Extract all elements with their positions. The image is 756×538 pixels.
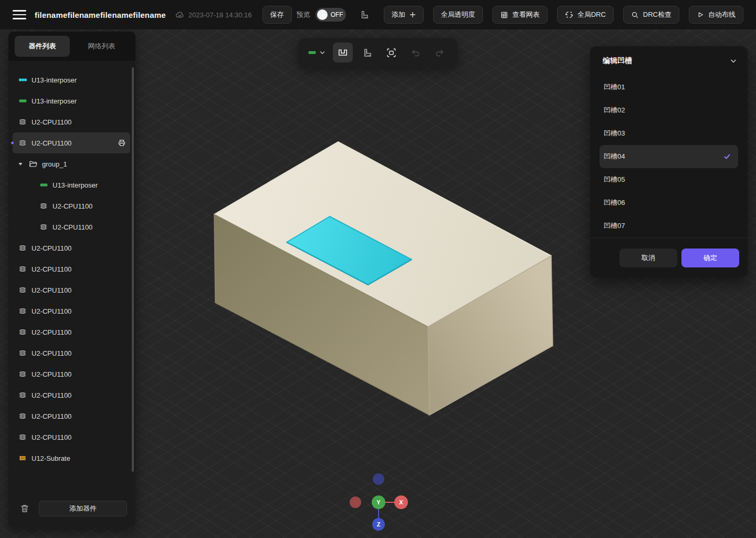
component-type-dropdown[interactable]: [304, 43, 329, 63]
sidebar-item-u13-interposer[interactable]: U13-interposer: [13, 69, 130, 90]
sidebar-item-u2-cpu1100[interactable]: U2-CPU1100: [13, 132, 130, 153]
sidebar-item-u2-cpu1100[interactable]: U2-CPU1100: [13, 385, 130, 406]
component-label: U2-CPU1100: [32, 391, 126, 399]
interposer-green-icon: [308, 48, 317, 57]
sidebar-item-u2-cpu1100[interactable]: U2-CPU1100: [13, 364, 130, 385]
sidebar-item-u2-cpu1100[interactable]: U2-CPU1100: [13, 258, 130, 280]
sidebar-item-u2-cpu1100[interactable]: U2-CPU1100: [13, 427, 130, 448]
groove-item-label: 凹槽05: [604, 175, 625, 184]
axis-z-negative-handle[interactable]: [373, 473, 384, 485]
groove-item-7[interactable]: 凹槽07: [600, 214, 738, 237]
sidebar-item-u2-cpu1100[interactable]: U2-CPU1100: [13, 301, 130, 322]
groove-item-label: 凹槽01: [604, 82, 625, 92]
menu-icon[interactable]: [13, 10, 26, 19]
component-label: U2-CPU1100: [32, 286, 126, 294]
netlist-grid-icon: [500, 11, 508, 19]
selected-indicator-dot: [11, 142, 14, 144]
interposer-cyan-icon: [18, 76, 27, 84]
groove-tool-button[interactable]: [333, 43, 353, 63]
global-transparency-button[interactable]: 全局透明度: [433, 6, 483, 24]
ruler-icon: [362, 48, 372, 58]
measure-tool-button[interactable]: [357, 43, 377, 63]
sidebar-scrollbar[interactable]: [132, 67, 134, 472]
add-button[interactable]: 添加: [384, 6, 424, 24]
redo-icon: [435, 48, 445, 57]
axis-x-negative-handle[interactable]: [350, 496, 361, 508]
drc-check-button[interactable]: DRC检查: [623, 6, 679, 24]
sidebar-item-group-1[interactable]: group_1: [13, 153, 130, 174]
chip-icon: [18, 286, 27, 294]
view-netlist-button[interactable]: 查看网表: [492, 6, 548, 24]
component-list: U13-interposerU13-interposerU2-CPU1100U2…: [8, 61, 135, 494]
sidebar-item-u2-cpu1100[interactable]: U2-CPU1100: [13, 406, 130, 427]
tab-net-list[interactable]: 网络列表: [74, 36, 129, 57]
undo-icon: [411, 48, 421, 57]
sidebar-item-u2-cpu1100[interactable]: U2-CPU1100: [13, 195, 130, 216]
trash-icon[interactable]: [19, 503, 30, 514]
sidebar-item-u2-cpu1100[interactable]: U2-CPU1100: [13, 322, 130, 343]
groove-item-2[interactable]: 凹槽02: [600, 99, 738, 122]
groove-panel-footer: 取消 确定: [590, 237, 748, 277]
chip-icon: [18, 328, 27, 336]
chip-icon: [18, 244, 27, 252]
groove-item-4[interactable]: 凹槽04: [600, 145, 738, 168]
sidebar-item-u13-interposer[interactable]: U13-interposer: [13, 174, 130, 195]
sidebar-item-u2-cpu1100[interactable]: U2-CPU1100: [13, 280, 130, 301]
auto-route-button[interactable]: 自动布线: [689, 6, 743, 24]
global-drc-button[interactable]: 全局DRC: [557, 6, 614, 24]
axis-y-label: Y: [376, 499, 381, 505]
chevron-down-icon: [319, 49, 326, 56]
groove-list: 凹槽01凹槽02凹槽03凹槽04凹槽05凹槽06凹槽07: [590, 76, 748, 237]
preview-toggle[interactable]: OFF: [316, 8, 346, 22]
component-label: U2-CPU1100: [52, 223, 126, 231]
component-label: U2-CPU1100: [52, 202, 126, 210]
groove-edit-panel: 编辑凹槽 凹槽01凹槽02凹槽03凹槽04凹槽05凹槽06凹槽07 取消 确定: [590, 46, 748, 277]
ruler-icon[interactable]: [358, 8, 371, 22]
sidebar-item-u2-cpu1100[interactable]: U2-CPU1100: [13, 343, 130, 364]
autoroute-play-icon: [697, 11, 704, 18]
confirm-button[interactable]: 确定: [681, 249, 739, 267]
3d-viewport[interactable]: X Z Y 器件列表 网络列表 U13-interposerU13-interp…: [0, 29, 756, 538]
groove-item-label: 凹槽06: [604, 198, 625, 208]
groove-item-label: 凹槽03: [604, 129, 625, 138]
axis-gizmo[interactable]: X Z Y: [350, 473, 408, 531]
add-component-button[interactable]: 添加器件: [39, 501, 127, 516]
tab-component-list[interactable]: 器件列表: [15, 36, 70, 57]
component-label: U13-interposer: [32, 97, 126, 105]
groove-panel-header: 编辑凹槽: [590, 46, 748, 76]
toggle-knob: [317, 9, 328, 20]
chip-icon: [18, 370, 27, 378]
save-button[interactable]: 保存: [262, 6, 292, 24]
chevron-down-icon[interactable]: [730, 57, 737, 65]
viewport-toolbar: [298, 38, 458, 67]
component-label: U2-CPU1100: [32, 349, 126, 357]
3d-box[interactable]: [214, 142, 553, 415]
sidebar-item-u12-subrate[interactable]: U12-Subrate: [13, 448, 130, 469]
cancel-button[interactable]: 取消: [620, 249, 677, 267]
groove-item-6[interactable]: 凹槽06: [600, 191, 738, 214]
sidebar-tabs: 器件列表 网络列表: [8, 32, 135, 61]
groove-item-5[interactable]: 凹槽05: [600, 168, 738, 191]
sidebar-item-u2-cpu1100[interactable]: U2-CPU1100: [13, 111, 130, 132]
printer-icon[interactable]: [118, 139, 126, 147]
sidebar-item-u2-cpu1100[interactable]: U2-CPU1100: [13, 216, 130, 237]
groove-panel-title: 编辑凹槽: [603, 56, 632, 66]
fit-view-button[interactable]: [381, 43, 401, 63]
chip-icon: [18, 412, 27, 420]
component-label: U2-CPU1100: [32, 265, 126, 273]
component-label: group_1: [42, 160, 126, 168]
sidebar-item-u13-interposer[interactable]: U13-interposer: [13, 90, 130, 111]
component-label: U2-CPU1100: [32, 433, 126, 441]
chip-icon: [18, 349, 27, 357]
axis-z-label: Z: [377, 521, 381, 527]
caret-down-icon[interactable]: [18, 161, 24, 167]
redo-button: [429, 43, 449, 63]
groove-item-1[interactable]: 凹槽01: [600, 76, 738, 99]
component-label: U2-CPU1100: [32, 328, 126, 336]
groove-item-3[interactable]: 凹槽03: [600, 122, 738, 145]
sidebar-item-u2-cpu1100[interactable]: U2-CPU1100: [13, 237, 130, 258]
chip-icon: [18, 307, 27, 315]
saved-timestamp: 2023-07-18 14:30:16: [188, 11, 252, 19]
component-sidebar: 器件列表 网络列表 U13-interposerU13-interposerU2…: [8, 32, 135, 527]
component-label: U2-CPU1100: [32, 307, 126, 315]
